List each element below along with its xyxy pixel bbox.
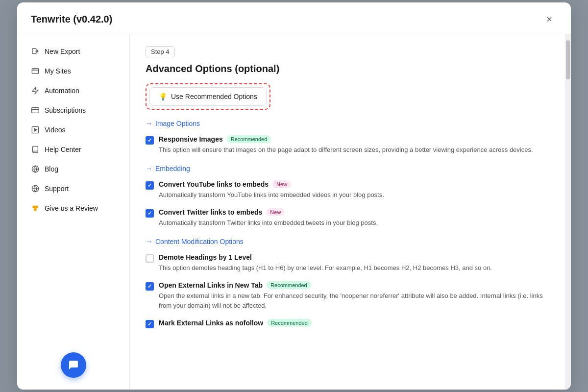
sidebar-item-subscriptions[interactable]: Subscriptions [21,101,125,120]
content-modification-link[interactable]: Content Modification Options [146,238,549,245]
badge-recommended-external-links: Recommended [267,281,311,289]
option-desc-twitter-embeds: Automatically transform Twitter links in… [159,218,549,228]
svg-rect-1 [32,69,38,74]
option-text-mark-external-nofollow: Mark External Links as nofollow Recommen… [159,319,549,329]
image-options-link[interactable]: Image Options [146,120,549,127]
badge-new-twitter: New [266,208,285,216]
lightning-icon [31,86,40,95]
badge-recommended-responsive: Recommended [227,135,271,143]
use-recommended-button[interactable]: 💡 Use Recommended Options [149,87,267,106]
sidebar-item-new-export[interactable]: New Export [21,42,125,61]
checkbox-responsive-images[interactable] [146,136,154,145]
svg-point-15 [34,208,36,211]
modal-body: New Export My Sites [17,34,571,390]
svg-rect-5 [32,108,39,113]
sidebar-label-subscriptions: Subscriptions [45,106,86,114]
svg-point-14 [35,206,38,208]
option-label-responsive-images: Responsive Images Recommended [159,135,549,143]
svg-marker-4 [32,87,38,94]
scrollbar-thumb[interactable] [566,40,570,79]
option-demote-headings: Demote Headings by 1 Level This option d… [146,253,549,273]
option-label-mark-external-nofollow: Mark External Links as nofollow Recommen… [159,319,549,327]
sidebar-item-support[interactable]: Support [21,179,125,198]
option-label-twitter-embeds: Convert Twitter links to embeds New [159,208,549,216]
sidebar-item-help-center[interactable]: Help Center [21,140,125,159]
checkbox-mark-external-nofollow[interactable] [146,320,154,328]
recommended-btn-wrapper: 💡 Use Recommended Options [146,83,270,110]
image-options-label: Image Options [155,120,200,127]
option-youtube-embeds: Convert YouTube links to embeds New Auto… [146,180,549,200]
option-text-responsive-images: Responsive Images Recommended This optio… [159,135,549,155]
badge-new-youtube: New [272,180,291,188]
embedding-section: Embedding Convert YouTube links to embed… [146,165,549,228]
svg-point-13 [33,206,35,208]
file-export-icon [31,47,40,56]
card-icon [31,106,40,115]
option-twitter-embeds: Convert Twitter links to embeds New Auto… [146,208,549,228]
content-modification-label: Content Modification Options [155,238,244,245]
section-title: Advanced Options (optional) [146,63,549,74]
globe-icon [31,165,40,173]
option-text-external-links-new-tab: Open External Links in New Tab Recommend… [159,281,549,310]
sidebar-item-give-review[interactable]: Give us a Review [21,199,125,218]
option-responsive-images: Responsive Images Recommended This optio… [146,135,549,155]
main-content: Step 4 Advanced Options (optional) 💡 Use… [130,34,571,390]
sidebar-item-my-sites[interactable]: My Sites [21,62,125,80]
sidebar-label-new-export: New Export [45,48,80,55]
option-text-demote-headings: Demote Headings by 1 Level This option d… [159,253,549,273]
modal-title: Tenwrite (v0.42.0) [31,14,112,25]
embedding-link[interactable]: Embedding [146,165,549,172]
svg-marker-8 [35,128,37,131]
book-icon [31,145,40,154]
option-desc-demote-headings: This option demotes heading tags (H1 to … [159,263,549,273]
content-scroll[interactable]: Step 4 Advanced Options (optional) 💡 Use… [130,34,565,390]
play-icon [31,125,40,134]
modal-overlay: Tenwrite (v0.42.0) × New Export [0,0,588,392]
step-badge: Step 4 [146,46,175,57]
scrollbar-track[interactable] [565,34,571,390]
checkbox-youtube-embeds[interactable] [146,181,154,190]
sidebar-label-blog: Blog [45,165,58,173]
support-globe-icon [31,184,40,193]
option-external-links-new-tab: Open External Links in New Tab Recommend… [146,281,549,310]
recommended-btn-label: Use Recommended Options [171,93,257,100]
image-options-section: Image Options Responsive Images Recommen… [146,120,549,155]
star-icon [31,204,40,213]
sidebar-label-give-review: Give us a Review [45,204,98,212]
chat-fab[interactable] [61,352,86,378]
badge-recommended-nofollow: Recommended [267,319,312,327]
option-label-external-links-new-tab: Open External Links in New Tab Recommend… [159,281,549,289]
content-modification-section: Content Modification Options Demote Head… [146,238,549,329]
sidebar-item-videos[interactable]: Videos [21,121,125,139]
sidebar-label-support: Support [45,185,69,193]
option-desc-responsive-images: This option will ensure that images on t… [159,145,549,155]
bulb-icon: 💡 [159,93,167,100]
option-desc-youtube-embeds: Automatically transform YouTube links in… [159,190,549,200]
checkbox-external-links-new-tab[interactable] [146,282,154,291]
option-label-demote-headings: Demote Headings by 1 Level [159,253,549,261]
modal-header: Tenwrite (v0.42.0) × [17,2,571,34]
sidebar-label-automation: Automation [45,87,79,95]
sidebar-item-blog[interactable]: Blog [21,160,125,178]
sidebar-item-automation[interactable]: Automation [21,81,125,100]
option-desc-external-links-new-tab: Open the external links in a new tab. Fo… [159,291,549,310]
checkbox-twitter-embeds[interactable] [146,209,154,218]
sidebar-label-help-center: Help Center [45,146,81,153]
option-text-youtube-embeds: Convert YouTube links to embeds New Auto… [159,180,549,200]
sidebar: New Export My Sites [17,34,130,390]
modal: Tenwrite (v0.42.0) × New Export [17,2,571,390]
sidebar-label-my-sites: My Sites [45,67,71,75]
embedding-label: Embedding [155,165,190,172]
sites-icon [31,67,40,75]
checkbox-demote-headings[interactable] [146,254,154,263]
close-button[interactable]: × [541,11,557,27]
option-mark-external-nofollow: Mark External Links as nofollow Recommen… [146,319,549,329]
sidebar-label-videos: Videos [45,126,66,134]
option-label-youtube-embeds: Convert YouTube links to embeds New [159,180,549,188]
option-text-twitter-embeds: Convert Twitter links to embeds New Auto… [159,208,549,228]
